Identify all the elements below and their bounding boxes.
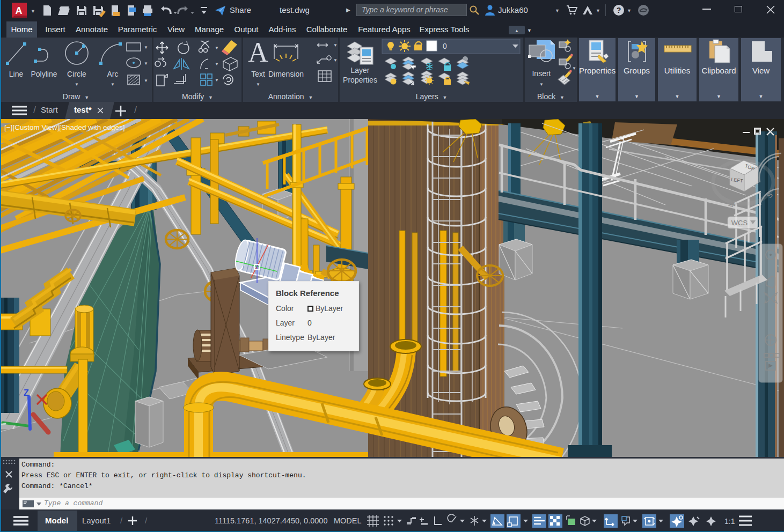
svg-text:[−][Custom View][Shaded with e: [−][Custom View][Shaded with edges] <box>4 123 125 131</box>
svg-text:▼: ▼ <box>144 78 148 83</box>
svg-text:▼: ▼ <box>144 45 148 50</box>
svg-text:Circle: Circle <box>67 70 86 78</box>
svg-text:Polyline: Polyline <box>31 70 57 78</box>
svg-text:▼: ▼ <box>215 62 219 66</box>
svg-text:Line: Line <box>9 70 24 78</box>
svg-text:A: A <box>16 5 23 16</box>
svg-text:▼: ▼ <box>572 66 576 71</box>
svg-text:▼: ▼ <box>256 82 260 87</box>
svg-text:▼: ▼ <box>539 82 544 87</box>
svg-text:▼: ▼ <box>75 82 79 87</box>
svg-text:Layer: Layer <box>350 66 369 75</box>
svg-text:WCS: WCS <box>731 219 748 227</box>
svg-text:0: 0 <box>443 42 447 50</box>
svg-text:?: ? <box>617 6 621 14</box>
svg-text:▼: ▼ <box>215 78 219 83</box>
svg-text:Arc: Arc <box>107 70 119 78</box>
svg-text:▼: ▼ <box>333 58 338 63</box>
svg-text:Dimension: Dimension <box>268 70 304 78</box>
svg-text:▼: ▼ <box>111 82 115 87</box>
svg-text:Z: Z <box>24 388 29 397</box>
svg-text:▼: ▼ <box>144 61 148 66</box>
svg-text:1:1: 1:1 <box>724 517 735 526</box>
svg-text:A: A <box>248 38 268 68</box>
svg-text:Properties: Properties <box>343 76 377 84</box>
svg-text:Insert: Insert <box>532 69 551 78</box>
svg-text:▼: ▼ <box>333 43 338 48</box>
svg-text:▼: ▼ <box>215 46 219 50</box>
svg-text:Text: Text <box>251 70 265 78</box>
